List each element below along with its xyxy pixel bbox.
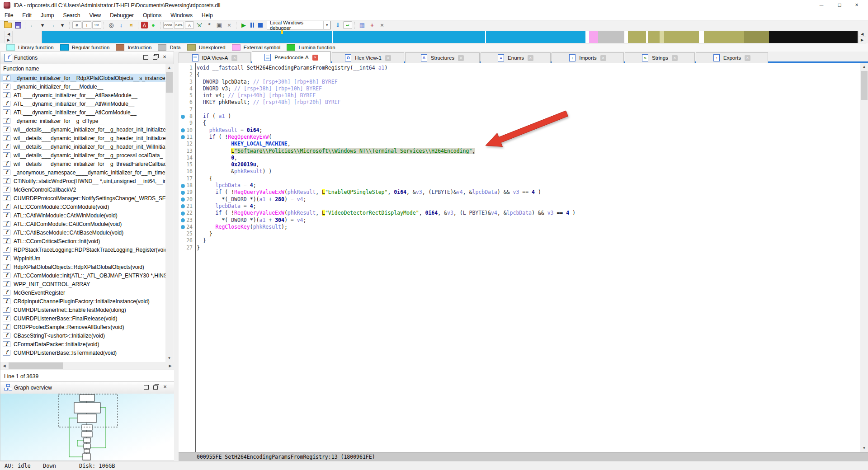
debugger-windows-icon[interactable]: ▦ xyxy=(358,21,367,29)
code-line[interactable]: 14 0, xyxy=(179,155,860,161)
navigate-back-icon[interactable]: ← xyxy=(28,21,37,29)
code-line[interactable]: 25 } xyxy=(179,230,860,237)
scrollbar-thumb[interactable] xyxy=(861,71,868,100)
tab-hex-view-1[interactable]: OHex View-1× xyxy=(332,52,404,63)
tab-close-icon[interactable]: × xyxy=(231,55,237,61)
lumina-icon[interactable]: ● xyxy=(149,21,158,29)
search-binoculars-icon[interactable]: ◎ xyxy=(107,21,116,29)
function-list-item[interactable]: fCRDPPooledSample::RemoveAllBuffers(void… xyxy=(0,323,166,331)
make-array-icon[interactable]: * xyxy=(205,21,214,29)
function-list-item[interactable]: fwil__details___dynamic_initializer_for_… xyxy=(0,160,166,168)
start-debugger-icon[interactable]: ▶ xyxy=(239,21,248,29)
code-line[interactable]: 20 *(_DWORD *)(a1 + 280) = v4; xyxy=(179,196,860,203)
graph-overview-canvas[interactable] xyxy=(0,394,174,461)
tab-close-icon[interactable]: × xyxy=(600,55,606,61)
search-highlight-icon[interactable]: ¤ xyxy=(127,21,136,29)
function-list-horizontal-scrollbar[interactable]: ◀ ▶ xyxy=(0,362,174,370)
debugger-selector[interactable]: Local Windows debugger▾ xyxy=(267,21,331,29)
pause-debugger-icon[interactable] xyxy=(250,23,254,28)
tab-imports[interactable]: ↓Imports× xyxy=(552,52,624,63)
code-line[interactable]: 2{ xyxy=(179,71,860,78)
function-list-item[interactable]: fRDPStackTraceLogging::RDPStackTraceLogg… xyxy=(0,245,166,254)
function-list-item[interactable]: fwil__details___dynamic_initializer_for_… xyxy=(0,142,166,151)
scroll-down-icon[interactable]: ▼ xyxy=(860,444,868,452)
function-list-item[interactable]: fCUMRDPListenerInet::EnableTestMode(ulon… xyxy=(0,306,166,314)
add-breakpoint-icon[interactable]: + xyxy=(368,21,377,29)
function-list-item[interactable]: f_dynamic_initializer_for__RdpXPlatGloba… xyxy=(0,74,166,82)
function-list-item[interactable]: fMcGenEventRegister xyxy=(0,288,166,297)
function-list-item[interactable]: fRdpXPlatGlobalObjects::RdpXPlatGlobalOb… xyxy=(0,263,166,271)
menu-debugger[interactable]: Debugger xyxy=(105,11,138,19)
function-list-item[interactable]: fMcGenControlCallbackV2 xyxy=(0,185,166,194)
code-line[interactable]: 9 { xyxy=(179,120,860,127)
function-list-item[interactable]: fCUMRDPListenerBase::FinalRelease(void) xyxy=(0,314,166,323)
panel-splitter[interactable] xyxy=(174,52,179,461)
delete-breakpoint-icon[interactable]: × xyxy=(377,21,387,29)
undefine-icon[interactable]: × xyxy=(225,21,234,29)
make-data-icon[interactable]: DATA xyxy=(174,22,184,29)
tab-close-icon[interactable]: × xyxy=(672,55,678,61)
navigate-forward-icon[interactable]: → xyxy=(48,21,57,29)
menu-help[interactable]: Help xyxy=(197,11,217,19)
menu-view[interactable]: View xyxy=(85,11,105,19)
code-line[interactable]: 21 lpcbData = 4; xyxy=(179,203,860,210)
scrollbar-thumb[interactable] xyxy=(9,362,63,369)
function-list-item[interactable]: fCTiNotify::staticWndProc(HWND__ *,uint,… xyxy=(0,177,166,185)
code-line[interactable]: 3 DWORD lpcbData; // [rsp+30h] [rbp+8h] … xyxy=(179,79,860,85)
code-line[interactable]: 24 RegCloseKey(phkResult); xyxy=(179,224,860,230)
jump-down-icon[interactable]: ↓ xyxy=(117,21,126,29)
code-line[interactable]: 5 int v4; // [rsp+40h] [rbp+18h] BYREF xyxy=(179,92,860,99)
open-file-icon[interactable] xyxy=(4,23,12,28)
menu-jump[interactable]: Jump xyxy=(36,11,58,19)
jump-name-icon[interactable]: I xyxy=(82,21,91,29)
function-list-item[interactable]: fwil__details___dynamic_initializer_for_… xyxy=(0,134,166,142)
navband-zoom-right-icon[interactable]: ▶ xyxy=(858,37,866,43)
code-line[interactable]: 4 DWORD v3; // [rsp+38h] [rbp+10h] BYREF xyxy=(179,85,860,92)
patch-icon[interactable]: ▣ xyxy=(215,21,224,29)
make-code-icon[interactable]: CODE xyxy=(163,22,173,29)
stop-debugger-icon[interactable] xyxy=(258,23,263,28)
tab-close-icon[interactable]: × xyxy=(312,55,318,61)
function-list-item[interactable]: fCUMRDPListenerBase::IsTerminated(void) xyxy=(0,348,166,357)
code-line[interactable]: 23 *(_DWORD *)(a1 + 304) = v4; xyxy=(179,217,860,224)
function-list-item[interactable]: fATL::CAtlWinModule::CAtlWinModule(void) xyxy=(0,211,166,220)
function-list-item[interactable]: f_anonymous_namespace____dynamic_initial… xyxy=(0,168,166,177)
function-list-item[interactable]: fATL::CAtlBaseModule::CAtlBaseModule(voi… xyxy=(0,228,166,237)
menu-windows[interactable]: Windows xyxy=(166,11,197,19)
tab-close-icon[interactable]: × xyxy=(458,55,464,61)
panel-float-icon[interactable] xyxy=(153,385,158,390)
navigation-band[interactable] xyxy=(42,31,858,43)
menu-search[interactable]: Search xyxy=(58,11,85,19)
code-line[interactable]: 19 if ( !RegQueryValueExW(phkResult, L"E… xyxy=(179,189,860,196)
run-until-return-icon[interactable]: ↩ xyxy=(343,21,352,29)
step-over-icon[interactable]: ⇓ xyxy=(333,21,342,29)
jump-address-icon[interactable]: # xyxy=(72,21,81,29)
panel-restore-icon[interactable] xyxy=(143,55,148,60)
make-string-icon[interactable]: 's' xyxy=(195,21,204,29)
tab-close-icon[interactable]: × xyxy=(528,55,533,61)
function-list-item[interactable]: fCUMRDPProtocolManager::NotifySettingsCh… xyxy=(0,194,166,202)
function-list-item[interactable]: fCRdpInputChannelPluginFactory::Initiali… xyxy=(0,297,166,306)
function-list-item[interactable]: fWPP_INIT_CONTROL_ARRAY xyxy=(0,280,166,288)
code-line[interactable]: 7 xyxy=(179,106,860,113)
code-line[interactable]: 10 phkResult = 0i64; xyxy=(179,127,860,134)
menu-options[interactable]: Options xyxy=(138,11,166,19)
back-history-caret-icon[interactable]: ▾ xyxy=(38,21,47,29)
code-line[interactable]: 11 if ( !RegOpenKeyExW( xyxy=(179,134,860,141)
code-line[interactable]: 26 } xyxy=(179,237,860,244)
code-line[interactable]: 17 { xyxy=(179,175,860,182)
explore-icon[interactable]: A xyxy=(185,21,194,29)
function-list-item[interactable]: fwil__details___dynamic_initializer_for_… xyxy=(0,125,166,134)
color-instruction-icon[interactable]: A xyxy=(141,22,148,28)
minimize-button[interactable]: ─ xyxy=(813,0,830,10)
function-list-item[interactable]: fATL::CAtlComModule::CAtlComModule(void) xyxy=(0,220,166,228)
tab-pseudocode-a[interactable]: Pseudocode-A× xyxy=(252,52,331,63)
panel-close-icon[interactable]: × xyxy=(162,384,168,390)
function-list-item[interactable]: fATL___dynamic_initializer_for___AtlComM… xyxy=(0,108,166,117)
scroll-up-icon[interactable]: ▲ xyxy=(165,64,173,71)
function-list-item[interactable]: fWppInitUm xyxy=(0,254,166,263)
forward-history-caret-icon[interactable]: ▾ xyxy=(58,21,67,29)
code-line[interactable]: 27} xyxy=(179,244,860,251)
scroll-up-icon[interactable]: ▲ xyxy=(860,63,868,70)
code-line[interactable]: 12 HKEY_LOCAL_MACHINE, xyxy=(179,141,860,147)
